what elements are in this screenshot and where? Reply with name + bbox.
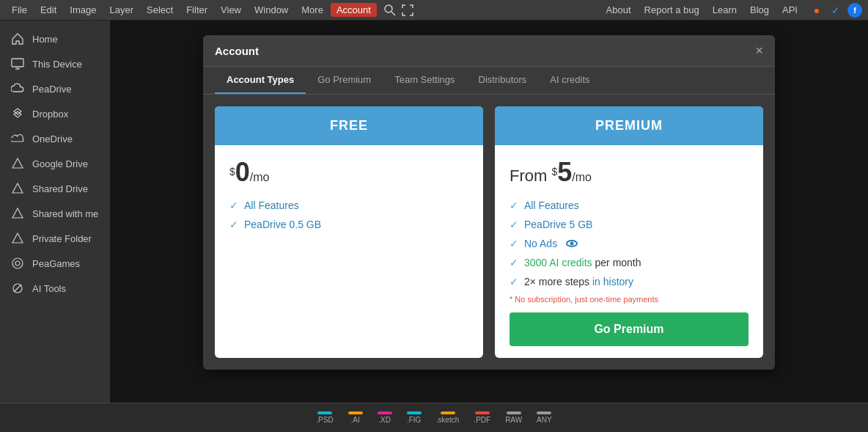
menu-image[interactable]: Image bbox=[64, 3, 102, 17]
premium-price-from: From bbox=[510, 166, 551, 185]
tab-go-premium[interactable]: Go Premium bbox=[306, 67, 383, 94]
format-bar: .PSD .AI .XD .FIG .sketch .PDF RAW ANY bbox=[0, 403, 868, 432]
premium-feature-3: ✓ No Ads bbox=[510, 238, 749, 249]
ai-tools-icon bbox=[10, 281, 25, 296]
account-modal: Account × Account Types Go Premium Team … bbox=[203, 35, 775, 370]
free-feature-2: ✓ PeaDrive 0.5 GB bbox=[229, 219, 468, 230]
menu-about[interactable]: About bbox=[600, 3, 637, 17]
games-icon bbox=[10, 256, 25, 271]
sidebar-item-home[interactable]: Home bbox=[0, 26, 110, 51]
sketch-label: .sketch bbox=[436, 416, 460, 424]
menu-report-bug[interactable]: Report a bug bbox=[639, 3, 705, 17]
svg-marker-10 bbox=[12, 233, 23, 243]
modal-tabs: Account Types Go Premium Team Settings D… bbox=[203, 67, 775, 95]
menu-file[interactable]: File bbox=[6, 3, 33, 17]
sidebar-item-onedrive[interactable]: OneDrive bbox=[0, 126, 110, 151]
sidebar-label-peagames: PeaGames bbox=[32, 258, 80, 269]
sidebar-label-this-device: This Device bbox=[32, 59, 82, 70]
format-sketch[interactable]: .sketch bbox=[436, 411, 460, 424]
free-price-amount: 0 bbox=[235, 157, 250, 187]
fig-label: .FIG bbox=[407, 416, 421, 424]
any-dot bbox=[537, 411, 551, 414]
fullscreen-icon[interactable] bbox=[402, 4, 413, 16]
premium-feature-label-2: PeaDrive 5 GB bbox=[524, 219, 592, 230]
premium-price-per: /mo bbox=[572, 171, 592, 183]
check-icon-p2: ✓ bbox=[510, 219, 518, 230]
menu-more[interactable]: More bbox=[295, 3, 329, 17]
free-price-prefix: $ bbox=[229, 166, 235, 177]
sidebar-item-peagames[interactable]: PeaGames bbox=[0, 251, 110, 276]
facebook-icon[interactable]: f bbox=[847, 3, 862, 18]
sidebar-label-private-folder: Private Folder bbox=[32, 233, 92, 244]
format-psd[interactable]: .PSD bbox=[316, 411, 333, 424]
free-feature-1: ✓ All Features bbox=[229, 199, 468, 211]
premium-feature-label-5: 2× more steps in history bbox=[524, 276, 633, 288]
menu-filter[interactable]: Filter bbox=[180, 3, 213, 17]
free-feature-label-2: PeaDrive 0.5 GB bbox=[244, 219, 321, 230]
modal-close-button[interactable]: × bbox=[755, 44, 763, 57]
free-plan-header: FREE bbox=[215, 106, 483, 145]
menu-blog[interactable]: Blog bbox=[744, 3, 775, 17]
menu-view[interactable]: View bbox=[215, 3, 247, 17]
sidebar-item-shared-with-me[interactable]: Shared with me bbox=[0, 201, 110, 226]
premium-note: * No subscription, just one-time payment… bbox=[510, 295, 749, 304]
social-icons: ● ✓ f bbox=[809, 3, 862, 18]
menu-learn[interactable]: Learn bbox=[707, 3, 743, 17]
menu-layer[interactable]: Layer bbox=[104, 3, 140, 17]
free-plan-price: $0/mo bbox=[229, 157, 468, 188]
svg-marker-7 bbox=[12, 158, 23, 168]
check-icon-1: ✓ bbox=[229, 199, 238, 211]
ai-dot bbox=[348, 411, 363, 414]
sidebar-label-ai-tools: AI Tools bbox=[32, 283, 66, 294]
premium-feature-5: ✓ 2× more steps in history bbox=[510, 276, 749, 288]
format-any[interactable]: ANY bbox=[537, 411, 552, 424]
sidebar-item-private-folder[interactable]: Private Folder bbox=[0, 226, 110, 251]
reddit-icon[interactable]: ● bbox=[809, 3, 824, 18]
shared-drive-icon bbox=[10, 181, 25, 196]
menu-edit[interactable]: Edit bbox=[34, 3, 62, 17]
cloud-icon bbox=[10, 81, 25, 96]
sketch-dot bbox=[441, 411, 455, 414]
menubar: File Edit Image Layer Select Filter View… bbox=[0, 0, 868, 21]
check-icon-p5: ✓ bbox=[510, 276, 518, 288]
check-icon-p1: ✓ bbox=[510, 199, 518, 211]
tab-ai-credits[interactable]: AI credits bbox=[538, 67, 601, 94]
menu-account[interactable]: Account bbox=[331, 3, 377, 17]
raw-label: RAW bbox=[505, 416, 522, 424]
menu-window[interactable]: Window bbox=[249, 3, 294, 17]
format-fig[interactable]: .FIG bbox=[407, 411, 422, 424]
format-pdf[interactable]: .PDF bbox=[474, 411, 490, 424]
sidebar-item-peadrive[interactable]: PeaDrive bbox=[0, 76, 110, 101]
sidebar-label-shared-drive: Shared Drive bbox=[32, 183, 88, 194]
menu-api[interactable]: API bbox=[776, 3, 803, 17]
any-label: ANY bbox=[537, 416, 552, 424]
toolbar-icons bbox=[384, 4, 413, 16]
sidebar-item-dropbox[interactable]: Dropbox bbox=[0, 101, 110, 126]
go-premium-button[interactable]: Go Premium bbox=[510, 312, 749, 346]
menu-select[interactable]: Select bbox=[141, 3, 179, 17]
svg-line-1 bbox=[391, 12, 395, 15]
sidebar-label-peadrive: PeaDrive bbox=[32, 84, 71, 95]
search-icon[interactable] bbox=[384, 4, 396, 16]
premium-feature-label-1: All Features bbox=[524, 199, 579, 211]
modal-header: Account × bbox=[203, 35, 775, 67]
tab-account-types[interactable]: Account Types bbox=[215, 67, 306, 94]
format-ai[interactable]: .AI bbox=[348, 411, 363, 424]
menubar-left: File Edit Image Layer Select Filter View… bbox=[6, 3, 413, 17]
sidebar-item-shared-drive[interactable]: Shared Drive bbox=[0, 176, 110, 201]
format-raw[interactable]: RAW bbox=[505, 411, 522, 424]
premium-feature-2: ✓ PeaDrive 5 GB bbox=[510, 219, 749, 230]
premium-feature-4: ✓ 3000 AI credits per month bbox=[510, 257, 749, 268]
tab-team-settings[interactable]: Team Settings bbox=[383, 67, 466, 94]
modal-title: Account bbox=[215, 45, 259, 57]
format-xd[interactable]: .XD bbox=[378, 411, 392, 424]
sidebar-item-google-drive[interactable]: Google Drive bbox=[0, 151, 110, 176]
sidebar-item-this-device[interactable]: This Device bbox=[0, 51, 110, 76]
premium-feature-1: ✓ All Features bbox=[510, 199, 749, 211]
sidebar-item-ai-tools[interactable]: AI Tools bbox=[0, 276, 110, 301]
twitter-icon[interactable]: ✓ bbox=[828, 3, 843, 18]
free-plan-body: $0/mo ✓ All Features ✓ PeaDrive 0.5 GB bbox=[215, 145, 483, 249]
shared-me-icon bbox=[10, 206, 25, 221]
premium-plan-card: PREMIUM From $5/mo ✓ All Features ✓ PeaD… bbox=[495, 106, 763, 358]
tab-distributors[interactable]: Distributors bbox=[467, 67, 539, 94]
